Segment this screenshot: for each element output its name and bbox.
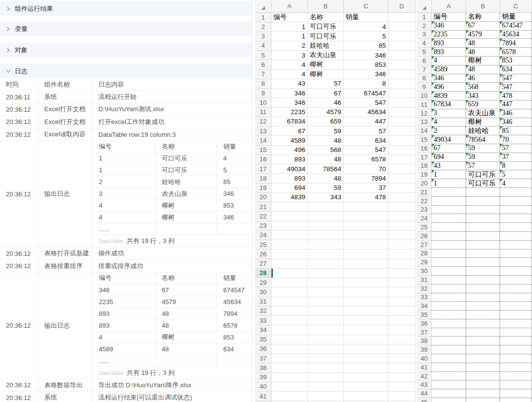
cell-C29[interactable] bbox=[500, 258, 532, 267]
column-header-D[interactable]: D bbox=[388, 0, 415, 12]
cell-C13[interactable]: 57 bbox=[344, 126, 388, 136]
select-all-corner[interactable] bbox=[417, 0, 432, 12]
cell-D37[interactable] bbox=[388, 354, 415, 363]
cell-C2[interactable]: 4 bbox=[344, 22, 388, 31]
row-header-31[interactable]: 31 bbox=[417, 276, 432, 284]
row-header-28[interactable]: 28 bbox=[255, 269, 271, 278]
cell-C9[interactable]: 547 bbox=[500, 83, 532, 92]
select-all-corner[interactable] bbox=[255, 0, 271, 12]
cell-A20[interactable]: 1 bbox=[432, 179, 466, 188]
cell-B40[interactable] bbox=[466, 354, 500, 363]
cell-A31[interactable] bbox=[271, 297, 308, 307]
cell-C30[interactable] bbox=[344, 287, 388, 297]
cell-D15[interactable] bbox=[388, 146, 415, 155]
row-header-16[interactable]: 16 bbox=[255, 155, 271, 164]
log-row[interactable]: 20:36:12Excel打开文档打开excel工作对象成功 bbox=[0, 116, 252, 128]
cell-A24[interactable] bbox=[432, 214, 466, 223]
cell-C5[interactable]: 6578 bbox=[500, 48, 532, 57]
cell-C14[interactable]: 634 bbox=[344, 136, 388, 145]
cell-C7[interactable]: 346 bbox=[344, 70, 388, 79]
cell-B12[interactable]: 农夫山泉 bbox=[466, 109, 500, 118]
cell-C11[interactable]: 45634 bbox=[344, 108, 388, 117]
cell-C38[interactable] bbox=[500, 337, 532, 345]
cell-A22[interactable] bbox=[271, 212, 308, 221]
cell-B9[interactable]: 67 bbox=[308, 89, 344, 98]
cell-D14[interactable] bbox=[388, 136, 415, 145]
cell-A7[interactable]: 4589 bbox=[432, 65, 466, 74]
cell-C2[interactable]: 674547 bbox=[500, 22, 532, 31]
cell-B31[interactable] bbox=[466, 276, 500, 284]
cell-B22[interactable] bbox=[466, 197, 500, 206]
cell-C8[interactable]: 547 bbox=[500, 74, 532, 83]
cell-B41[interactable] bbox=[466, 363, 500, 372]
cell-C10[interactable]: 547 bbox=[344, 98, 388, 107]
cell-D12[interactable] bbox=[388, 117, 415, 126]
cell-A28[interactable] bbox=[432, 249, 466, 258]
cell-B10[interactable]: 343 bbox=[466, 92, 500, 100]
cell-A9[interactable]: 496 bbox=[432, 83, 466, 92]
cell-C25[interactable] bbox=[344, 240, 388, 249]
row-header-5[interactable]: 5 bbox=[417, 48, 432, 57]
cell-A25[interactable] bbox=[271, 240, 308, 249]
log-row[interactable]: 20:36:12表格打开或新建操作成功 bbox=[0, 247, 252, 260]
row-header-8[interactable]: 8 bbox=[255, 79, 271, 89]
column-header-C[interactable]: C bbox=[344, 0, 388, 12]
cell-C15[interactable]: 547 bbox=[344, 146, 388, 155]
cell-B37[interactable] bbox=[308, 354, 344, 363]
row-header-10[interactable]: 10 bbox=[255, 98, 271, 107]
row-header-22[interactable]: 22 bbox=[255, 212, 271, 221]
row-header-45[interactable]: 45 bbox=[417, 398, 432, 402]
cell-B37[interactable] bbox=[466, 328, 500, 337]
cell-D24[interactable] bbox=[388, 231, 415, 240]
row-header-7[interactable]: 7 bbox=[417, 65, 432, 74]
cell-A30[interactable] bbox=[271, 287, 308, 297]
cell-C22[interactable] bbox=[344, 212, 388, 221]
column-header-A[interactable]: A bbox=[271, 0, 308, 12]
row-header-9[interactable]: 9 bbox=[417, 83, 432, 92]
row-header-37[interactable]: 37 bbox=[255, 354, 271, 363]
cell-D13[interactable] bbox=[388, 126, 415, 136]
cell-B26[interactable] bbox=[466, 232, 500, 241]
column-header-B[interactable]: B bbox=[308, 0, 344, 12]
cell-A39[interactable] bbox=[432, 345, 466, 354]
cell-B6[interactable]: 椰树 bbox=[308, 60, 344, 69]
cell-B1[interactable]: 名称 bbox=[308, 13, 344, 22]
cell-B13[interactable]: 椰树 bbox=[466, 118, 500, 127]
cell-A3[interactable]: 1 bbox=[271, 32, 308, 41]
row-header-32[interactable]: 32 bbox=[417, 284, 432, 293]
cell-D38[interactable] bbox=[388, 363, 415, 372]
row-header-33[interactable]: 33 bbox=[255, 316, 271, 325]
row-header-5[interactable]: 5 bbox=[255, 51, 271, 60]
cell-A1[interactable]: 编号 bbox=[271, 13, 308, 22]
cell-B6[interactable]: 椰树 bbox=[466, 57, 500, 65]
cell-B33[interactable] bbox=[466, 293, 500, 302]
cell-C26[interactable] bbox=[500, 232, 532, 241]
row-header-12[interactable]: 12 bbox=[255, 117, 271, 126]
cell-A29[interactable] bbox=[432, 258, 466, 267]
cell-C45[interactable] bbox=[500, 398, 532, 402]
cell-A25[interactable] bbox=[432, 223, 466, 232]
row-header-8[interactable]: 8 bbox=[417, 74, 432, 83]
cell-A23[interactable] bbox=[432, 206, 466, 215]
cell-C20[interactable]: 478 bbox=[344, 193, 388, 202]
cell-B14[interactable]: 48 bbox=[308, 136, 344, 145]
row-header-11[interactable]: 11 bbox=[417, 100, 432, 109]
cell-C9[interactable]: 674547 bbox=[344, 89, 388, 98]
cell-C27[interactable] bbox=[500, 241, 532, 249]
cell-D25[interactable] bbox=[388, 240, 415, 249]
cell-C27[interactable] bbox=[344, 259, 388, 269]
cell-B18[interactable]: 57 bbox=[466, 162, 500, 171]
row-header-7[interactable]: 7 bbox=[255, 70, 271, 79]
cell-B17[interactable]: 59 bbox=[466, 153, 500, 162]
cell-A14[interactable]: 2 bbox=[432, 126, 466, 135]
section-component-run-result[interactable]: 组件运行结果 bbox=[0, 1, 252, 16]
cell-C21[interactable] bbox=[500, 188, 532, 197]
row-header-21[interactable]: 21 bbox=[417, 188, 432, 197]
cell-D28[interactable] bbox=[388, 269, 415, 278]
cell-D10[interactable] bbox=[388, 98, 415, 107]
cell-C4[interactable]: 85 bbox=[344, 41, 388, 51]
row-header-10[interactable]: 10 bbox=[417, 92, 432, 100]
row-header-30[interactable]: 30 bbox=[255, 287, 271, 297]
cell-A43[interactable] bbox=[432, 380, 466, 389]
cell-B35[interactable] bbox=[308, 335, 344, 344]
